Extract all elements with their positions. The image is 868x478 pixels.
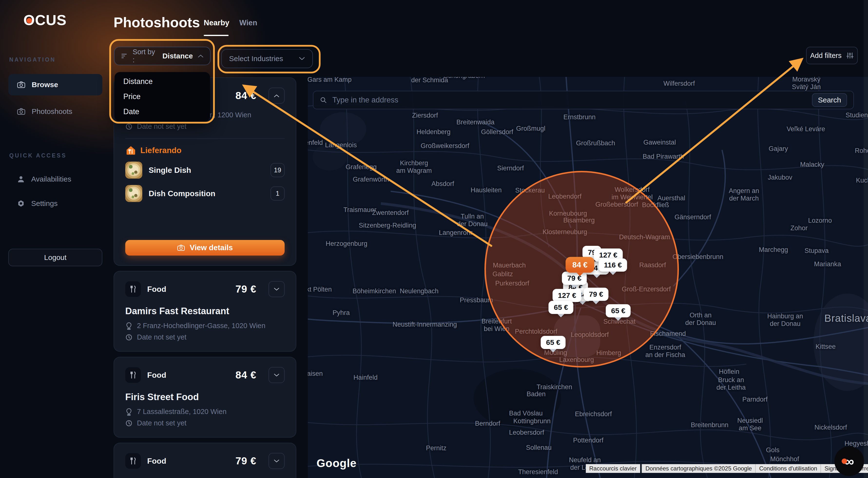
sort-option-price[interactable]: Price [115,89,210,104]
add-filters-label: Add filters [810,52,842,60]
terms-link[interactable]: Conditions d'utilisation [755,464,820,473]
map-town-label: Ziersdorf [412,112,438,119]
sort-option-distance[interactable]: Distance [115,74,210,89]
map-town-label: Pressbaum [460,297,493,304]
card-title: Firis Street Food [125,392,285,402]
shoot-item-row[interactable]: Single Dish 19 [125,162,285,179]
expand-card-button[interactable] [269,367,285,383]
price-marker[interactable]: 65 € [606,304,631,317]
map-town-label: Pernitz [426,444,446,452]
sidebar-item-label: Availabilities [31,175,71,183]
map-town-label: Jakubov [768,174,793,181]
map-town-label: Grafenwörth [353,176,389,183]
map-search-bar[interactable]: Search [313,91,854,109]
map-town-label: Neustift-Innermanzing [393,321,457,328]
ocus-floating-badge[interactable]: ∞ [834,446,864,476]
tab-wien[interactable]: Wien [239,19,257,27]
map-town-label: Langenlois [325,141,357,149]
page-title: Photoshoots [114,14,200,30]
map-town-label: Wilfersdorf [663,80,695,88]
location-pin-icon [125,322,132,330]
map-town-label: Sitzenberg-Reidling [359,222,416,229]
sidebar-item-settings[interactable]: Settings [8,194,102,213]
shoot-item-row[interactable]: Dish Composition 1 [125,185,285,202]
sort-options-dropdown: Distance Price Date [115,72,210,121]
collapse-card-button[interactable] [269,88,285,104]
map-town-label: Berndorf [475,420,500,428]
map-town-label: Höflein [719,368,739,376]
sidebar-item-availabilities[interactable]: Availabilities [8,169,102,189]
card-address: 7 Lassallestraße, 1020 Wien [137,408,227,416]
location-pin-icon [125,408,132,416]
person-icon [17,175,25,183]
keyboard-shortcuts-link[interactable]: Raccourcis clavier [586,464,640,473]
fork-knife-icon [129,457,137,465]
photoshoot-card[interactable]: Food 84 € Firis Street Food 7 Lassallest… [114,357,296,438]
map-town-label: Göllersdorf [481,128,513,136]
lieferando-icon [125,145,136,155]
address-search-input[interactable] [332,95,807,105]
map-town-label: Lozorno [808,217,832,225]
food-category-chip [125,281,141,297]
select-industries-dropdown[interactable]: Select Industries [221,49,313,68]
chevron-up-icon [274,94,279,98]
map-town-label: Gars am Kamp [308,77,352,84]
price-marker[interactable]: 116 € [598,259,627,272]
sidebar-item-browse[interactable]: Browse [8,74,102,95]
card-category: Food [147,371,166,380]
add-filters-button[interactable]: Add filters [806,47,858,64]
sort-by-dropdown-button[interactable]: Sort by : Distance [114,47,211,65]
sidebar-item-label: Photoshoots [32,107,72,115]
map-town-label: Zwentendorf [372,209,409,216]
logout-button[interactable]: Logout [8,249,102,266]
page-scrollbar[interactable] [864,0,868,478]
map-town-label: Grafenegg [345,163,377,171]
map-town-label: Sollenau [526,444,552,451]
tab-nearby[interactable]: Nearby [204,19,229,27]
map-town-label: Bad Vöslau [509,410,543,417]
chevron-down-icon [299,57,305,61]
ocus-logo: OCUS [23,12,66,29]
price-marker[interactable]: 65 € [541,336,566,349]
card-date: Date not set yet [137,123,186,131]
card-price: 84 € [236,90,256,101]
card-divider [125,138,285,139]
expand-card-button[interactable] [269,281,285,297]
map-town-label: Veľké Leváre [786,125,825,133]
map-town-label: Obersiebenbrunn [673,253,723,261]
price-marker[interactable]: 127 € [552,289,582,302]
dish-thumbnail [125,185,142,202]
card-price: 79 € [236,455,256,467]
map-data-attribution: Données cartographiques ©2025 Google [642,464,755,473]
search-button[interactable]: Search [812,93,847,107]
select-industries-placeholder: Select Industries [229,55,283,63]
sort-icon [121,53,128,59]
food-category-chip [125,453,141,469]
map-canvas[interactable]: Gars am Kampder SchmidaSchöngrabernWilfe… [308,77,868,478]
map-town-label: Mönchhof [770,455,799,463]
price-marker[interactable]: 84 € [566,257,594,273]
shoot-item-count: 1 [271,186,285,201]
map-town-label: Stupava [804,247,829,254]
map-town-label: Marchegg [759,246,788,253]
map-town-label: Tulln an der Donau [457,213,488,228]
map-town-label: Gajary [769,145,788,152]
sidebar-item-photoshoots[interactable]: Photoshoots [8,101,102,122]
map-town-label: Kirchberg am Wagram [396,160,432,174]
shoot-item-label: Dish Composition [149,189,264,198]
camera-icon [17,81,25,88]
photoshoot-card[interactable]: Food 79 € [114,443,296,478]
photoshoot-card[interactable]: Food 79 € Damirs Fast Restaurant 2 Franz… [114,271,296,352]
expand-card-button[interactable] [269,453,285,469]
map-town-label: Moravský Svätý Ján [792,77,821,91]
view-details-button[interactable]: View details [125,240,285,255]
map-town-label: Kittsee [816,343,836,350]
google-logo: Google [316,456,356,470]
fork-knife-icon [129,285,137,293]
price-marker[interactable]: 65 € [549,301,574,314]
food-category-chip [125,367,141,383]
map-town-label: Sierndorf [497,165,524,172]
map-town-label: der Schmida [411,77,448,84]
sort-option-date[interactable]: Date [115,104,210,119]
price-marker[interactable]: 79 € [584,288,609,301]
